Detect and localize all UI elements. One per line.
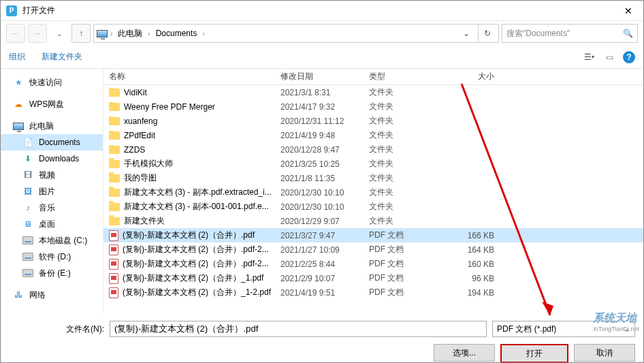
file-row[interactable]: 我的导图2021/1/8 11:35文件夹 [103, 171, 643, 185]
file-row[interactable]: ZPdfEdit2021/4/19 9:48文件夹 [103, 128, 643, 142]
file-row[interactable]: ZZDS2020/12/28 9:47文件夹 [103, 142, 643, 157]
folder-icon [109, 89, 120, 97]
sidebar-downloads[interactable]: ⬇Downloads [1, 151, 103, 167]
file-type: 文件夹 [369, 172, 444, 184]
options-button[interactable]: 选项... [434, 344, 495, 362]
file-row[interactable]: 新建文本文档 (3) - 副本-001-001.pdf.e...2020/12/… [103, 200, 643, 214]
col-size[interactable]: 大小 [444, 71, 505, 82]
app-icon: P [6, 5, 17, 16]
folder-icon [109, 103, 120, 111]
breadcrumb-root[interactable]: 此电脑 [115, 27, 145, 41]
filename-input[interactable] [110, 321, 487, 337]
column-headers: 名称 修改日期 类型 大小 [103, 69, 643, 85]
preview-pane-icon[interactable]: ▭ [602, 52, 616, 63]
pc-icon [97, 29, 108, 38]
file-date: 2021/4/17 9:32 [280, 102, 369, 112]
sidebar-documents[interactable]: 📄Documents [1, 134, 103, 151]
file-date: 2020/12/31 11:12 [280, 116, 369, 126]
folder-icon [109, 131, 120, 140]
sidebar-drive-d[interactable]: 软件 (D:) [1, 249, 103, 265]
file-row[interactable]: (复制)-新建文本文档 (2)（合并）.pdf-2...2021/1/27 10… [103, 242, 643, 257]
file-row[interactable]: (复制)-新建文本文档 (2)（合并）_1-2.pdf2021/4/19 9:5… [103, 285, 643, 300]
sidebar-network[interactable]: 🖧网络 [1, 287, 103, 303]
file-row[interactable]: VidiKit2021/3/1 8:31文件夹 [103, 85, 643, 99]
window-title: 打开文件 [22, 5, 55, 16]
open-button[interactable]: 打开 [500, 344, 568, 363]
drive-icon [22, 252, 33, 262]
file-size: 164 KB [444, 245, 505, 255]
help-icon[interactable]: ? [623, 51, 635, 63]
file-date: 2020/12/29 9:07 [280, 217, 369, 226]
search-input[interactable]: 搜索"Documents" 🔍 [502, 24, 638, 43]
file-name: 我的导图 [124, 172, 157, 184]
pc-icon [13, 121, 24, 131]
view-mode-icon[interactable]: ☰▾ [582, 52, 596, 63]
col-name[interactable]: 名称 [103, 71, 280, 82]
file-row[interactable]: Weeny Free PDF Merger2021/4/17 9:32文件夹 [103, 99, 643, 114]
col-type[interactable]: 类型 [369, 71, 444, 82]
file-row[interactable]: (复制)-新建文本文档 (2)（合并）_1.pdf2021/2/9 10:07P… [103, 271, 643, 285]
file-type: 文件夹 [369, 86, 444, 98]
file-type: 文件夹 [369, 158, 444, 170]
pdf-icon [109, 287, 118, 298]
breadcrumb-dropdown[interactable]: ⌄ [457, 25, 475, 42]
up-button[interactable]: ↑ [71, 24, 91, 43]
document-icon: 📄 [22, 138, 33, 147]
file-row[interactable]: (复制)-新建文本文档 (2)（合并）.pdf2021/3/27 9:47PDF… [103, 228, 643, 242]
search-placeholder: 搜索"Documents" [506, 28, 570, 40]
star-icon: ★ [13, 78, 24, 87]
close-icon[interactable]: ✕ [619, 3, 638, 19]
file-row[interactable]: (复制)-新建文本文档 (2)（合并）.pdf-2...2021/2/25 8:… [103, 257, 643, 271]
music-icon: ♪ [22, 203, 33, 212]
cancel-button[interactable]: 取消 [574, 344, 635, 362]
sidebar-desktop[interactable]: 🖥桌面 [1, 216, 103, 232]
recent-button[interactable]: ⌄ [50, 24, 69, 43]
file-row[interactable]: 新建文件夹2020/12/29 9:07文件夹 [103, 214, 643, 228]
image-icon: 🖼 [22, 187, 33, 196]
nav-bar: ← → ⌄ ↑ › 此电脑 › Documents › ⌄ ↻ 搜索"Docum… [1, 21, 643, 46]
file-date: 2021/3/1 8:31 [280, 88, 369, 97]
file-row[interactable]: xuanfeng2020/12/31 11:12文件夹 [103, 114, 643, 128]
sidebar-wps[interactable]: ☁WPS网盘 [1, 96, 103, 112]
back-button[interactable]: ← [6, 24, 25, 43]
cloud-icon: ☁ [13, 99, 24, 109]
main-area: ★快速访问 ☁WPS网盘 此电脑 📄Documents ⬇Downloads 🎞… [1, 69, 643, 314]
file-name: ZPdfEdit [124, 131, 155, 140]
sidebar-music[interactable]: ♪音乐 [1, 200, 103, 216]
file-type: PDF 文档 [369, 287, 444, 298]
breadcrumb[interactable]: › 此电脑 › Documents › ⌄ ↻ [93, 24, 499, 43]
file-name: (复制)-新建文本文档 (2)（合并）_1.pdf [123, 272, 263, 284]
file-date: 2021/3/27 9:47 [280, 231, 369, 240]
file-type: 文件夹 [369, 215, 444, 227]
file-name: ZZDS [124, 145, 145, 155]
file-size: 166 KB [444, 231, 505, 240]
file-date: 2020/12/30 10:10 [280, 188, 369, 198]
pdf-icon [109, 230, 118, 241]
search-icon[interactable]: 🔍 [623, 29, 633, 38]
col-date[interactable]: 修改日期 [280, 71, 369, 82]
chevron-right-icon: › [110, 30, 112, 37]
new-folder-button[interactable]: 新建文件夹 [42, 51, 82, 63]
file-type: 文件夹 [369, 144, 444, 155]
file-size: 194 KB [444, 288, 505, 298]
breadcrumb-folder[interactable]: Documents [153, 27, 200, 40]
download-icon: ⬇ [22, 154, 33, 163]
drive-icon [22, 236, 33, 245]
forward-button[interactable]: → [28, 24, 47, 43]
sidebar-quick-access[interactable]: ★快速访问 [1, 74, 103, 91]
file-date: 2021/2/9 10:07 [280, 274, 369, 283]
sidebar-drive-e[interactable]: 备份 (E:) [1, 265, 103, 281]
refresh-icon[interactable]: ↻ [478, 25, 496, 42]
file-row[interactable]: 新建文本文档 (3) - 副本.pdf.extracted_i...2020/1… [103, 185, 643, 200]
file-type: PDF 文档 [369, 258, 444, 270]
sidebar-pictures[interactable]: 🖼图片 [1, 183, 103, 200]
file-type: PDF 文档 [369, 244, 444, 255]
organize-menu[interactable]: 组织 [9, 51, 25, 63]
toolbar: 组织 新建文件夹 ☰▾ ▭ ? [1, 46, 643, 69]
sidebar-videos[interactable]: 🎞视频 [1, 167, 103, 183]
sidebar-this-pc[interactable]: 此电脑 [1, 118, 103, 134]
file-row[interactable]: 手机模拟大师2021/3/25 10:25文件夹 [103, 157, 643, 171]
sidebar-drive-c[interactable]: 本地磁盘 (C:) [1, 232, 103, 249]
file-type: 文件夹 [369, 129, 444, 141]
file-name: 新建文本文档 (3) - 副本.pdf.extracted_i... [124, 187, 272, 198]
